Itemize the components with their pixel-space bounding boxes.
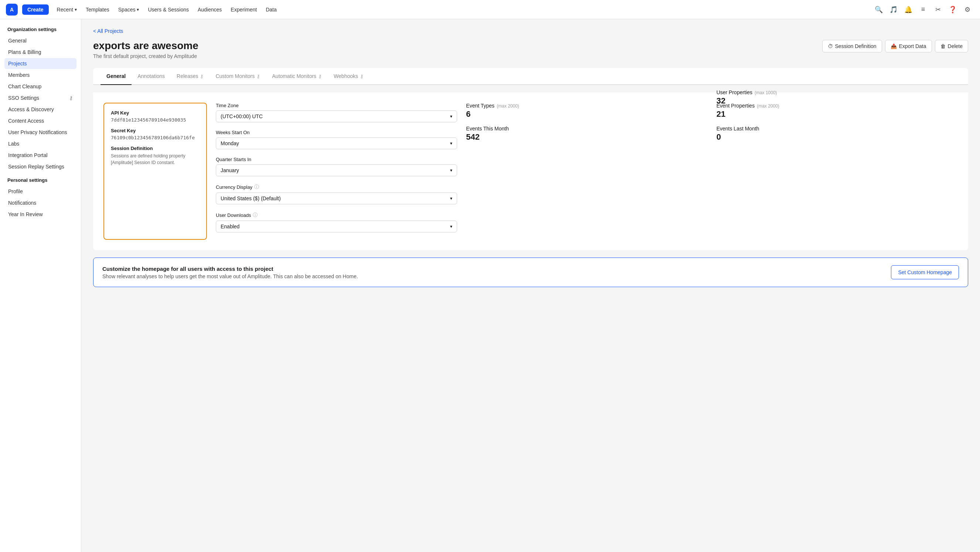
general-content-card: API Key 7ddf81e123456789104e930035 Secre…	[93, 92, 968, 250]
sidebar-item-access-discovery[interactable]: Access & Discovery	[5, 104, 76, 115]
custom-monitors-lock-icon: ⚷	[256, 73, 260, 79]
currency-display-label: Currency Display ⓘ	[216, 184, 457, 190]
content-grid: API Key 7ddf81e123456789104e930035 Secre…	[103, 103, 958, 240]
sidebar: Organization settings General Plans & Bi…	[0, 19, 81, 552]
events-last-month-value: 0	[716, 132, 958, 142]
help-icon[interactable]: ❓	[946, 3, 959, 16]
personal-section-title: Personal settings	[5, 177, 76, 183]
events-this-month-stat: Events This Month 542	[466, 126, 707, 142]
nav-templates[interactable]: Templates	[82, 5, 113, 15]
events-this-month-value: 542	[466, 132, 707, 142]
export-data-button[interactable]: 📤 Export Data	[885, 40, 932, 52]
user-properties-max: (max 1000)	[754, 90, 777, 95]
chevron-down-icon: ▾	[137, 7, 139, 12]
tab-custom-monitors[interactable]: Custom Monitors ⚷	[210, 68, 266, 85]
homepage-banner: Customize the homepage for all users wit…	[93, 258, 968, 287]
event-types-label: Event Types	[466, 103, 495, 109]
delete-button[interactable]: 🗑 Delete	[935, 40, 968, 52]
tab-automatic-monitors[interactable]: Automatic Monitors ⚷	[266, 68, 328, 85]
sidebar-item-plans-billing[interactable]: Plans & Billing	[5, 46, 76, 58]
chevron-down-icon: ▾	[450, 168, 452, 173]
nav-audiences[interactable]: Audiences	[194, 5, 226, 15]
session-definition-button[interactable]: ⏱ Session Definition	[822, 40, 882, 52]
sidebar-item-projects[interactable]: Projects	[5, 58, 76, 69]
user-downloads-select[interactable]: Enabled ▾	[216, 221, 457, 232]
settings-icon[interactable]: ⚙	[961, 3, 974, 16]
event-types-stat: Event Types (max 2000) 6	[466, 103, 707, 119]
feedback-icon[interactable]: ≡	[916, 3, 930, 16]
weeks-start-label: Weeks Start On	[216, 130, 457, 135]
sidebar-item-profile[interactable]: Profile	[5, 186, 76, 197]
sidebar-item-integration-portal[interactable]: Integration Portal	[5, 150, 76, 161]
bell-icon[interactable]: 🔔	[902, 3, 915, 16]
scissors-icon[interactable]: ✂	[931, 3, 945, 16]
secret-key-value: 76109c0b123456789106da6b716fe	[111, 135, 200, 140]
page-header: exports are awesome The first default pr…	[93, 40, 968, 59]
sidebar-item-year-in-review[interactable]: Year In Review	[5, 209, 76, 220]
currency-display-select[interactable]: United States ($) (Default) ▾	[216, 192, 457, 204]
info-icon: ⓘ	[254, 184, 259, 190]
nav-recent[interactable]: Recent ▾	[53, 5, 81, 15]
api-key-label: API Key	[111, 110, 200, 116]
api-key-value: 7ddf81e123456789104e930035	[111, 117, 200, 122]
key-icon: ⚷	[69, 95, 73, 101]
back-link[interactable]: < All Projects	[93, 28, 123, 34]
create-button[interactable]: Create	[22, 5, 49, 15]
project-tabs: General Annotations Releases ⚷ Custom Mo…	[93, 68, 968, 85]
quarter-starts-select[interactable]: January ▾	[216, 164, 457, 176]
auto-monitors-lock-icon: ⚷	[318, 73, 322, 79]
weeks-start-group: Weeks Start On Monday ▾	[216, 130, 457, 149]
stats-column-2: Event Properties (max 2000) 21 Events La…	[716, 103, 958, 240]
weeks-start-select[interactable]: Monday ▾	[216, 137, 457, 149]
chevron-down-icon: ▾	[450, 114, 452, 119]
app-logo[interactable]: A	[6, 4, 18, 16]
page-subtitle: The first default project, created by Am…	[93, 53, 199, 59]
sidebar-item-sso-settings[interactable]: SSO Settings ⚷	[5, 92, 76, 103]
sidebar-item-session-replay-settings[interactable]: Session Replay Settings	[5, 161, 76, 172]
sidebar-item-notifications[interactable]: Notifications	[5, 197, 76, 208]
topnav-icons: 🔍 🎵 🔔 ≡ ✂ ❓ ⚙	[872, 3, 974, 16]
session-def-text: Sessions are defined holding property [A…	[111, 153, 200, 166]
set-custom-homepage-button[interactable]: Set Custom Homepage	[891, 265, 959, 279]
sidebar-item-user-privacy-notifications[interactable]: User Privacy Notifications	[5, 127, 76, 138]
tab-releases[interactable]: Releases ⚷	[171, 68, 210, 85]
nav-users-sessions[interactable]: Users & Sessions	[144, 5, 192, 15]
tab-annotations[interactable]: Annotations	[132, 68, 171, 85]
currency-display-group: Currency Display ⓘ United States ($) (De…	[216, 184, 457, 204]
chevron-down-icon: ▾	[450, 141, 452, 146]
event-properties-value: 21	[716, 109, 958, 119]
events-this-month-label: Events This Month	[466, 126, 707, 132]
event-types-value: 6	[466, 109, 707, 119]
nav-experiment[interactable]: Experiment	[227, 5, 261, 15]
user-downloads-group: User Downloads ⓘ Enabled ▾	[216, 212, 457, 232]
timezone-group: Time Zone (UTC+00:00) UTC ▾	[216, 103, 457, 122]
events-last-month-label: Events Last Month	[716, 126, 958, 132]
sidebar-item-labs[interactable]: Labs	[5, 138, 76, 149]
event-types-max: (max 2000)	[496, 103, 519, 109]
export-icon: 📤	[891, 43, 897, 49]
secret-key-label: Secret Key	[111, 128, 200, 134]
clock-icon: ⏱	[828, 43, 833, 49]
api-keys-section: API Key 7ddf81e123456789104e930035 Secre…	[103, 103, 207, 240]
sidebar-item-content-access[interactable]: Content Access	[5, 115, 76, 126]
tab-webhooks[interactable]: Webhooks ⚷	[328, 68, 369, 85]
sidebar-item-members[interactable]: Members	[5, 70, 76, 81]
page-header-actions: ⏱ Session Definition 📤 Export Data 🗑 Del…	[822, 40, 968, 52]
tab-general[interactable]: General	[100, 68, 132, 85]
releases-lock-icon: ⚷	[200, 73, 204, 79]
sidebar-item-chart-cleanup[interactable]: Chart Cleanup	[5, 81, 76, 92]
user-downloads-label: User Downloads ⓘ	[216, 212, 457, 218]
stats-column-1: Event Types (max 2000) 6 Events This Mon…	[466, 103, 707, 240]
nav-data[interactable]: Data	[262, 5, 280, 15]
main-content: < All Projects exports are awesome The f…	[81, 19, 980, 552]
page-title: exports are awesome	[93, 40, 199, 52]
session-def-title: Session Definition	[111, 146, 200, 151]
event-properties-max: (max 2000)	[757, 103, 780, 109]
search-icon[interactable]: 🔍	[872, 3, 885, 16]
homepage-banner-text: Customize the homepage for all users wit…	[102, 266, 358, 279]
org-section-title: Organization settings	[5, 27, 76, 32]
sidebar-item-general[interactable]: General	[5, 35, 76, 46]
notifications-icon[interactable]: 🎵	[887, 3, 900, 16]
timezone-select[interactable]: (UTC+00:00) UTC ▾	[216, 110, 457, 122]
nav-spaces[interactable]: Spaces ▾	[115, 5, 143, 15]
